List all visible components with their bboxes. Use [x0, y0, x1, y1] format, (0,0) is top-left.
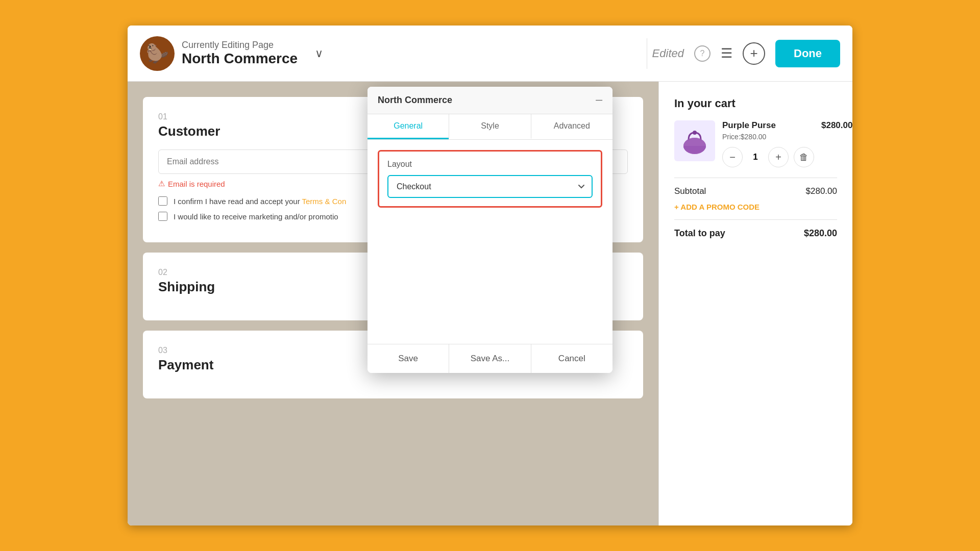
browser-window: 🦫 Currently Editing Page North Commerce … — [128, 26, 852, 525]
layout-section: Layout Checkout Cart Shop — [378, 150, 602, 208]
tab-advanced[interactable]: Advanced — [531, 114, 612, 139]
top-bar-separator — [647, 38, 647, 69]
modal-tabs: General Style Advanced — [368, 114, 612, 140]
tab-general[interactable]: General — [368, 114, 449, 139]
edited-badge: Edited — [652, 47, 684, 60]
save-button[interactable]: Save — [368, 344, 449, 373]
minimize-icon[interactable]: ─ — [596, 95, 602, 106]
cancel-button[interactable]: Cancel — [531, 344, 612, 373]
modal-overlay: North Commerce ─ General Style Advanced … — [128, 82, 852, 525]
modal-title: North Commerce — [378, 95, 452, 106]
done-button[interactable]: Done — [775, 40, 840, 67]
page-name: North Commerce — [182, 51, 298, 67]
add-icon[interactable]: + — [743, 42, 765, 65]
main-content: 01 Customer ⚠ Email is required I confir… — [128, 82, 852, 525]
tab-style[interactable]: Style — [449, 114, 530, 139]
settings-modal: North Commerce ─ General Style Advanced … — [368, 87, 612, 373]
logo-area: 🦫 Currently Editing Page North Commerce … — [140, 36, 642, 71]
modal-footer: Save Save As... Cancel — [368, 344, 612, 373]
logo-icon: 🦫 — [140, 36, 175, 71]
modal-body: Layout Checkout Cart Shop — [368, 140, 612, 344]
top-bar-actions: Edited ? ☰ + Done — [652, 40, 840, 67]
modal-header: North Commerce ─ — [368, 87, 612, 114]
save-as-button[interactable]: Save As... — [449, 344, 530, 373]
page-title-area: Currently Editing Page North Commerce — [182, 40, 298, 67]
top-bar: 🦫 Currently Editing Page North Commerce … — [128, 26, 852, 82]
help-icon[interactable]: ? — [694, 45, 710, 62]
layout-label: Layout — [387, 160, 593, 169]
layout-select[interactable]: Checkout Cart Shop — [387, 175, 593, 198]
list-icon[interactable]: ☰ — [721, 45, 732, 61]
page-dropdown-arrow[interactable]: ∨ — [315, 47, 323, 60]
currently-editing-label: Currently Editing Page — [182, 40, 298, 51]
